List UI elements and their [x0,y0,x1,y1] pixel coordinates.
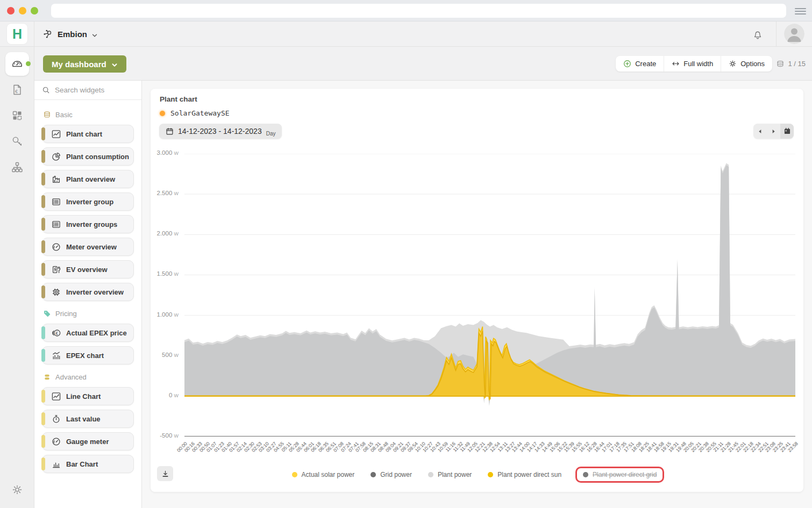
section-label: Advanced [55,373,87,381]
app-header: H Embion [0,22,812,47]
chart-canvas[interactable] [184,154,795,437]
chevron-right-icon [771,128,777,134]
y-axis-label: 2.500 W [151,190,179,196]
widget-item-bar-chart[interactable]: Bar Chart [42,455,134,473]
widget-item-label: Plant overview [66,175,115,183]
widget-item-plant-consumption[interactable]: Plant consumption [42,147,134,166]
legend-item-plant-power[interactable]: Plant power [428,471,472,478]
chart-mixed-icon [52,351,61,360]
dashboard-page-indicator[interactable]: 1 / 15 [776,56,806,71]
sidebar-item-dashboard[interactable] [5,52,29,76]
sidebar-item-billing[interactable]: € [5,78,29,102]
next-period-button[interactable] [767,124,780,139]
layers-icon [43,111,51,119]
address-bar[interactable] [51,4,786,18]
chart-legend: Actual solar powerGrid powerPlant powerP… [151,467,803,483]
widget-item-actual-epex-price[interactable]: €Actual EPEX price [42,324,134,342]
y-axis-label: -500 W [151,432,179,439]
section-header: Basic [43,111,134,119]
prev-period-button[interactable] [753,124,767,139]
legend-label: Grid power [380,471,412,478]
legend-item-plant-power-direct-sun[interactable]: Plant power direct sun [488,471,561,478]
gear-icon [729,60,737,68]
widget-item-gauge-meter[interactable]: Gauge meter [42,432,134,450]
widget-item-inverter-groups[interactable]: Inverter groups [42,215,134,233]
legend-item-grid-power[interactable]: Grid power [371,471,412,478]
widget-item-epex-chart[interactable]: EPEX chart [42,346,134,364]
date-nav-group [753,124,794,139]
dashboard-selector-button[interactable]: My dashboard [43,55,126,73]
widget-item-last-value[interactable]: Last value [42,410,134,428]
options-button[interactable]: Options [721,56,772,71]
widget-item-label: EV overview [66,266,108,274]
calendar-icon [783,127,791,135]
widget-item-meter-overview[interactable]: Meter overview [42,238,134,256]
legend-label: Plant power direct sun [497,471,561,478]
legend-dot [583,472,588,477]
widget-item-inverter-group[interactable]: Inverter group [42,192,134,211]
y-axis-label: 3.000 W [151,149,179,156]
page-indicator-label: 1 / 15 [788,60,806,68]
legend-dot [488,472,493,477]
sidebar-item-hierarchy[interactable] [5,155,29,179]
section-header: Pricing [43,310,134,318]
chart-x-axis: 00:0000:1600:3300:5001:0701:2301:4001:57… [184,438,795,466]
list-icon [52,220,61,229]
sidebar-item-access-keys[interactable] [5,130,29,153]
gauge-icon [52,437,61,446]
window-close-button[interactable] [7,7,15,15]
create-button[interactable]: Create [616,56,664,71]
sidebar-item-settings[interactable] [5,478,29,502]
legend-dot [371,472,376,477]
section-header: Advanced [43,373,134,381]
side-rail: € [0,47,34,508]
layers-icon [776,60,785,68]
chart-y-axis: 3.000 W2.500 W2.000 W1.500 W1.000 W500 W… [151,154,179,437]
widget-item-label: EPEX chart [66,352,104,360]
app-logo[interactable]: H [7,24,27,44]
widget-item-line-chart[interactable]: Line Chart [42,387,134,405]
options-label: Options [740,60,765,68]
chip-icon [52,288,61,297]
widget-item-ev-overview[interactable]: EV overview [42,260,134,278]
legend-item-actual-solar-power[interactable]: Actual solar power [292,471,355,478]
sidebar-item-widgets[interactable] [5,104,29,127]
browser-menu-icon[interactable] [795,6,806,15]
calendar-picker-button[interactable] [780,124,794,139]
widget-item-label: Inverter overview [66,288,124,296]
logo-letter: H [12,26,22,42]
chart-line-icon [52,392,61,401]
list-icon [52,197,61,206]
widget-item-label: Inverter group [66,198,113,206]
window-minimize-button[interactable] [19,7,26,15]
section-label: Pricing [55,310,77,318]
date-range-label: 14-12-2023 - 14-12-2023 [178,127,262,135]
search-input[interactable] [55,86,134,94]
toolbar-actions-group: Create Full width Options [616,56,772,71]
dashboard-toolbar: My dashboard Create Full width Options 1… [34,47,812,81]
legend-label: Actual solar power [302,471,355,478]
organization-network-icon [42,28,53,40]
widget-item-label: Bar Chart [66,460,98,468]
pie-chart-icon [52,152,61,161]
notifications-bell-icon[interactable] [752,28,764,40]
widget-item-plant-chart[interactable]: Plant chart [42,125,134,143]
legend-item-plant-power-direct-grid[interactable]: Plant power direct grid [583,471,657,478]
plant-chart-widget: Plant chart SolarGatewaySE 14-12-2023 - … [151,89,803,492]
bar-chart-icon [52,460,61,469]
device-status-dot [160,111,165,116]
logo-cell: H [0,22,34,47]
legend-label: Plant power direct grid [593,471,657,478]
full-width-button[interactable]: Full width [664,56,721,71]
org-switcher[interactable]: Embion [42,22,98,47]
date-range-button[interactable]: 14-12-2023 - 14-12-2023 Day [159,124,282,139]
header-divider [776,22,777,47]
browser-chrome [0,0,812,22]
window-maximize-button[interactable] [31,7,38,15]
factory-icon [52,175,61,184]
widget-item-inverter-overview[interactable]: Inverter overview [42,283,134,301]
user-avatar[interactable] [784,24,804,44]
widget-item-plant-overview[interactable]: Plant overview [42,170,134,188]
date-granularity-label: Day [266,131,276,137]
widget-section-basic: BasicPlant chartPlant consumptionPlant o… [42,111,134,301]
